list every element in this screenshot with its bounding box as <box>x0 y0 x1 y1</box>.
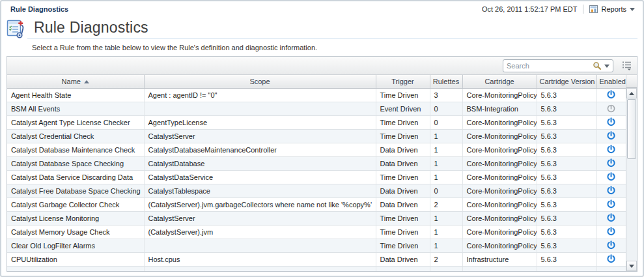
cell-cartridge-version: 5.6.3 <box>537 252 596 266</box>
scroll-down-button[interactable] <box>626 261 637 271</box>
cell-rulettes: 0 <box>430 102 462 115</box>
power-on-icon[interactable] <box>606 254 616 262</box>
power-on-icon[interactable] <box>606 131 616 139</box>
arrow-up-icon <box>629 92 634 95</box>
cell-rulettes: 0 <box>430 115 462 129</box>
cell-scope: AgentTypeLicense <box>144 115 376 129</box>
breadcrumb[interactable]: Rule Diagnostics <box>10 5 68 13</box>
cell-empty <box>7 266 144 271</box>
cell-empty <box>462 266 537 271</box>
power-on-icon[interactable] <box>606 241 616 248</box>
column-header-scope[interactable]: Scope <box>144 75 376 88</box>
cell-scope: Agent : agentID != "0" <box>144 88 376 102</box>
cell-name: Catalyst Database Maintenance Check <box>7 143 144 156</box>
table-row[interactable]: Catalyst Credential CheckCatalystServerT… <box>7 129 626 143</box>
power-on-icon[interactable] <box>606 90 616 98</box>
table-body: Agent Health StateAgent : agentID != "0"… <box>7 88 626 271</box>
search-icon[interactable] <box>593 61 602 70</box>
cell-scope: CatalystServer <box>144 211 376 225</box>
cell-cartridge-version: 5.6.3 <box>537 197 596 211</box>
cell-cartridge: Core-MonitoringPolicy <box>462 211 537 225</box>
cell-cartridge-version: 5.6.3 <box>537 225 596 239</box>
column-header-cartridge-version[interactable]: Cartridge Version <box>537 75 596 88</box>
rule-diagnostics-icon <box>7 18 27 39</box>
table-row[interactable]: Catalyst Database Maintenance CheckCatal… <box>7 143 626 156</box>
cell-cartridge: Core-MonitoringPolicy <box>462 88 537 102</box>
column-header-trigger[interactable]: Trigger <box>376 75 430 88</box>
table-row[interactable]: Catalyst Data Service Discarding DataCat… <box>7 170 626 184</box>
cell-scope: CatalystServer <box>144 129 376 143</box>
cell-enabled <box>596 143 626 156</box>
table-scrollbar[interactable] <box>626 88 637 271</box>
power-on-icon[interactable] <box>606 172 616 180</box>
power-on-icon[interactable] <box>606 145 616 153</box>
cell-name: Catalyst Free Database Space Checking <box>7 184 144 197</box>
cell-cartridge: Core-MonitoringPolicy <box>462 170 537 184</box>
scroll-up-button[interactable] <box>626 88 637 98</box>
cell-enabled <box>596 252 626 266</box>
cell-cartridge-version: 5.6.3 <box>537 184 596 197</box>
column-header-enabled[interactable]: Enabled <box>596 75 626 88</box>
cell-trigger: Time Driven <box>376 129 430 143</box>
cell-cartridge-version: 5.6.3 <box>537 129 596 143</box>
cell-empty <box>537 266 596 271</box>
sort-ascending-icon <box>84 80 89 83</box>
column-header-rulettes[interactable]: Rulettes <box>430 75 462 88</box>
power-on-icon[interactable] <box>606 213 616 221</box>
table-header-row: Name Scope Trigger Rulettes Cartridge Ca… <box>7 75 626 88</box>
column-header-cartridge[interactable]: Cartridge <box>462 75 537 88</box>
cell-rulettes: 1 <box>430 170 462 184</box>
table-row[interactable]: Catalyst Memory Usage Check(CatalystServ… <box>7 225 626 239</box>
scrollbar-track[interactable] <box>626 159 637 261</box>
cell-cartridge: Core-MonitoringPolicy <box>462 184 537 197</box>
cell-name: Catalyst Memory Usage Check <box>7 225 144 239</box>
power-on-icon[interactable] <box>606 186 616 194</box>
cell-name: Catalyst Credential Check <box>7 129 144 143</box>
cell-enabled <box>596 102 626 115</box>
cell-cartridge: Core-MonitoringPolicy <box>462 129 537 143</box>
top-bar: Rule Diagnostics Oct 26, 2011 1:52:17 PM… <box>1 1 643 17</box>
cell-name: Catalyst Data Service Discarding Data <box>7 170 144 184</box>
chevron-down-icon <box>630 8 635 11</box>
cell-rulettes: 1 <box>430 143 462 156</box>
power-on-icon[interactable] <box>606 117 616 125</box>
table-row[interactable]: Catalyst Garbage Collector Check(Catalys… <box>7 197 626 211</box>
table-row[interactable]: Catalyst Free Database Space CheckingCat… <box>7 184 626 197</box>
table-row[interactable]: Clear Old LogFilter AlarmsTime Driven1Co… <box>7 239 626 252</box>
power-on-icon[interactable] <box>606 199 616 207</box>
search-input[interactable] <box>507 62 590 70</box>
search-options-caret-icon[interactable] <box>604 65 609 68</box>
power-off-icon[interactable] <box>606 104 616 111</box>
power-on-icon[interactable] <box>606 227 616 235</box>
table-row[interactable]: CPUUtilizationHost.cpusData Driven2Infra… <box>7 252 626 266</box>
table-row[interactable]: Catalyst License MonitoringCatalystServe… <box>7 211 626 225</box>
power-on-icon[interactable] <box>606 158 616 166</box>
table-row[interactable]: Agent Health StateAgent : agentID != "0"… <box>7 88 626 102</box>
cell-rulettes: 2 <box>430 252 462 266</box>
cell-cartridge-version: 5.6.3 <box>537 239 596 252</box>
cell-enabled <box>596 184 626 197</box>
cell-rulettes: 0 <box>430 184 462 197</box>
reports-button[interactable]: Reports <box>589 5 635 13</box>
table-row[interactable]: Catalyst Database Space CheckingCatalyst… <box>7 156 626 170</box>
cell-scope <box>144 239 376 252</box>
column-header-name[interactable]: Name <box>7 75 144 88</box>
cell-scope: CatalystDatabaseMaintenanceController <box>144 143 376 156</box>
cell-scope: CatalystDatabase <box>144 156 376 170</box>
scrollbar-thumb[interactable] <box>627 99 636 159</box>
cell-trigger: Data Driven <box>376 156 430 170</box>
cell-scope: CatalystDataService <box>144 170 376 184</box>
page-description: Select a Rule from the table below to vi… <box>1 39 643 56</box>
cell-cartridge: Core-MonitoringPolicy <box>462 115 537 129</box>
table-row[interactable]: BSM All EventsEvent Driven0BSM-Integrati… <box>7 102 626 115</box>
table-row[interactable]: Catalyst Agent Type License CheckerAgent… <box>7 115 626 129</box>
cell-empty <box>430 266 462 271</box>
table-row-partial[interactable] <box>7 266 626 271</box>
cell-empty <box>144 266 376 271</box>
customize-table-icon[interactable] <box>621 61 632 70</box>
cell-trigger: Data Driven <box>376 197 430 211</box>
top-bar-right: Oct 26, 2011 1:52:17 PM EDT Reports <box>482 5 635 14</box>
cell-cartridge-version: 5.6.3 <box>537 156 596 170</box>
cell-name: Agent Health State <box>7 88 144 102</box>
cell-name: Catalyst Database Space Checking <box>7 156 144 170</box>
